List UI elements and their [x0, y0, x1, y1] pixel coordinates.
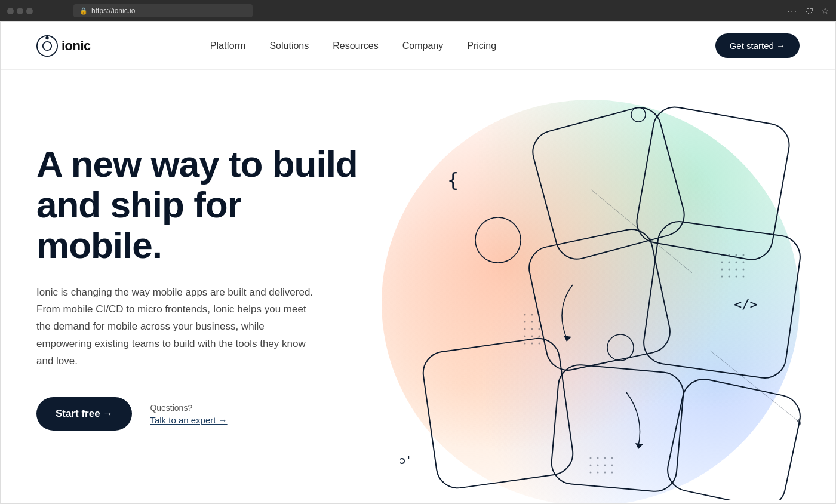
logo[interactable]: ionic: [36, 35, 91, 57]
svg-point-33: [524, 343, 526, 345]
start-free-button[interactable]: Start free →: [36, 397, 132, 431]
talk-to-expert-link[interactable]: Talk to an expert →: [150, 415, 227, 425]
browser-close-dot[interactable]: [7, 8, 14, 14]
svg-point-39: [743, 254, 745, 256]
svg-point-7: [475, 217, 521, 263]
bitwarden-icon[interactable]: 🛡: [805, 6, 814, 16]
page-container: ionic Platform Solutions Resources Compa…: [0, 21, 836, 504]
star-icon[interactable]: ☆: [821, 5, 829, 16]
svg-point-49: [729, 276, 730, 278]
svg-rect-14: [550, 363, 686, 493]
svg-point-31: [531, 336, 533, 337]
svg-point-36: [721, 254, 723, 256]
svg-text:</>: </>: [734, 297, 758, 312]
address-bar[interactable]: 🔒 https://ionic.io: [73, 4, 253, 17]
hero-title: A new way to build and ship for mobile.: [36, 144, 365, 266]
svg-marker-16: [564, 336, 571, 342]
nav-links: Platform Solutions Resources Company Pri…: [210, 41, 496, 51]
svg-point-59: [611, 465, 613, 466]
svg-point-53: [597, 457, 599, 459]
navbar: ionic Platform Solutions Resources Compa…: [1, 22, 835, 70]
browser-maximize-dot[interactable]: [26, 8, 33, 14]
lock-icon: 🔒: [79, 7, 88, 15]
svg-point-24: [524, 321, 526, 323]
svg-rect-9: [528, 103, 689, 263]
svg-point-61: [597, 472, 599, 474]
svg-point-58: [604, 465, 606, 466]
svg-point-55: [611, 457, 613, 459]
svg-point-21: [524, 314, 526, 316]
svg-point-34: [531, 343, 533, 345]
get-started-button[interactable]: Get started →: [715, 33, 800, 58]
svg-point-28: [531, 328, 533, 330]
svg-point-26: [539, 321, 540, 323]
browser-chrome: 🔒 https://ionic.io ··· 🛡 ☆: [0, 0, 836, 21]
svg-text:ↄ': ↄ': [399, 454, 412, 466]
svg-point-63: [611, 472, 613, 474]
svg-point-37: [729, 254, 730, 256]
url-text: https://ionic.io: [91, 7, 135, 15]
svg-text:{: {: [447, 168, 459, 191]
svg-point-1: [43, 41, 51, 50]
svg-point-46: [736, 269, 737, 271]
browser-traffic-lights: [7, 8, 33, 14]
svg-point-50: [736, 276, 737, 278]
svg-point-44: [721, 269, 723, 271]
svg-point-32: [539, 336, 540, 337]
browser-menu-icon[interactable]: ···: [787, 6, 798, 16]
svg-point-56: [590, 465, 592, 466]
svg-point-8: [607, 334, 634, 361]
svg-point-2: [45, 36, 48, 39]
svg-point-29: [539, 328, 540, 330]
nav-pricing[interactable]: Pricing: [467, 41, 496, 51]
hero-section: A new way to build and ship for mobile. …: [1, 70, 835, 504]
svg-point-23: [539, 314, 540, 316]
svg-point-40: [721, 262, 723, 263]
svg-point-22: [531, 314, 533, 316]
svg-rect-11: [525, 225, 674, 374]
svg-rect-12: [641, 219, 803, 380]
hero-content: A new way to build and ship for mobile. …: [36, 144, 365, 431]
svg-point-51: [743, 276, 745, 278]
questions-label: Questions?: [150, 403, 227, 413]
svg-point-27: [524, 328, 526, 330]
svg-point-45: [729, 269, 730, 271]
svg-point-52: [590, 457, 592, 459]
questions-block: Questions? Talk to an expert →: [150, 403, 227, 425]
svg-point-30: [524, 336, 526, 337]
svg-point-62: [604, 472, 606, 474]
hero-illustration: { </> ↄ': [382, 82, 817, 500]
svg-point-47: [743, 269, 745, 271]
svg-point-60: [590, 472, 592, 474]
svg-point-57: [597, 465, 599, 466]
svg-point-25: [531, 321, 533, 323]
nav-platform[interactable]: Platform: [210, 41, 246, 51]
svg-point-54: [604, 457, 606, 459]
svg-point-35: [539, 343, 540, 345]
svg-point-43: [743, 262, 745, 263]
svg-rect-15: [663, 375, 804, 500]
svg-rect-10: [634, 104, 792, 263]
nav-resources[interactable]: Resources: [333, 41, 378, 51]
browser-minimize-dot[interactable]: [17, 8, 23, 14]
nav-solutions[interactable]: Solutions: [269, 41, 309, 51]
svg-point-38: [736, 254, 737, 256]
svg-point-48: [721, 276, 723, 278]
svg-point-3: [631, 107, 646, 122]
logo-icon: [36, 35, 58, 57]
svg-point-41: [729, 262, 730, 263]
hero-description: Ionic is changing the way mobile apps ar…: [36, 284, 317, 370]
svg-marker-17: [635, 443, 643, 449]
nav-company[interactable]: Company: [402, 41, 443, 51]
svg-point-42: [736, 262, 737, 263]
browser-toolbar: ··· 🛡 ☆: [787, 5, 829, 16]
hero-actions: Start free → Questions? Talk to an exper…: [36, 397, 365, 431]
logo-text: ionic: [62, 38, 91, 54]
